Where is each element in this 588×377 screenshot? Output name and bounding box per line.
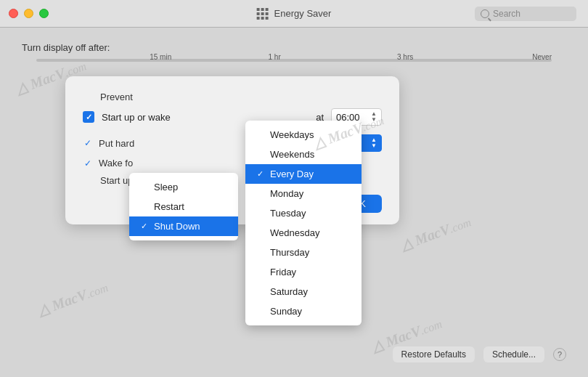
main-content: Turn display off after: 15 min 1 hr 3 hr…	[0, 28, 588, 377]
stepper-1[interactable]: ▲ ▼	[371, 111, 377, 123]
day-weekdays-label: Weekdays	[270, 129, 314, 140]
down-arrow-1[interactable]: ▼	[371, 117, 377, 123]
start-up2-label: Start up	[100, 175, 134, 186]
slider-area: 15 min 1 hr 3 hrs Never	[22, 59, 566, 62]
search-box[interactable]: Search	[475, 7, 576, 21]
minimize-button[interactable]	[24, 9, 33, 18]
traffic-lights	[9, 9, 49, 18]
day-thursday-label: Thursday	[270, 247, 309, 258]
maximize-button[interactable]	[39, 9, 49, 18]
search-icon	[481, 9, 489, 18]
display-off-label: Turn display off after:	[22, 42, 566, 53]
action-item-shutdown[interactable]: ✓ Shut Down	[129, 216, 238, 236]
action-item-restart[interactable]: Restart	[129, 197, 238, 216]
action-restart-label: Restart	[154, 201, 184, 212]
day-monday-label: Monday	[270, 188, 303, 199]
day-wednesday-label: Wednesday	[270, 227, 319, 238]
watermark-3: △ MacV.com	[399, 212, 473, 255]
check-everyday: ✓	[257, 169, 266, 179]
startup-checkbox[interactable]	[83, 111, 94, 123]
day-item-saturday[interactable]: Saturday	[245, 282, 362, 301]
restore-defaults-button[interactable]: Restore Defaults	[393, 346, 475, 362]
day-item-weekends[interactable]: Weekends	[245, 145, 362, 164]
day-item-monday[interactable]: Monday	[245, 184, 362, 203]
day-tuesday-label: Tuesday	[270, 208, 306, 219]
schedule-button[interactable]: Schedule...	[483, 346, 544, 362]
day-item-friday[interactable]: Friday	[245, 262, 362, 282]
grid-icon	[257, 8, 269, 20]
day-dropdown: Weekdays Weekends ✓ Every Day Monday Tue…	[245, 121, 362, 325]
day-weekends-label: Weekends	[270, 149, 314, 160]
day-item-sunday[interactable]: Sunday	[245, 301, 362, 321]
wake-label: Wake fo	[99, 158, 133, 169]
prevent-label: Prevent	[100, 92, 133, 102]
prevent-row: Prevent	[83, 91, 382, 102]
day-item-thursday[interactable]: Thursday	[245, 243, 362, 262]
day-item-weekdays[interactable]: Weekdays	[245, 125, 362, 145]
day-item-tuesday[interactable]: Tuesday	[245, 203, 362, 223]
check-icon-1: ✓	[84, 138, 91, 148]
check-icon-2: ✓	[84, 158, 91, 169]
action-shutdown-label: Shut Down	[154, 221, 200, 232]
action-sleep-label: Sleep	[154, 182, 178, 192]
window-title: Energy Saver	[274, 8, 332, 19]
day-everyday-label: Every Day	[270, 169, 314, 179]
watermark-4: △ MacV.com	[36, 277, 110, 320]
day-item-everyday[interactable]: ✓ Every Day	[245, 164, 362, 184]
restore-label: Restore Defaults	[401, 349, 466, 360]
titlebar: Energy Saver Search	[0, 0, 588, 28]
day-friday-label: Friday	[270, 267, 296, 277]
day-saturday-label: Saturday	[270, 286, 308, 297]
search-placeholder: Search	[493, 9, 520, 19]
action-dropdown: Sleep Restart ✓ Shut Down	[129, 173, 238, 240]
stepper-2[interactable]: ▲ ▼	[371, 137, 377, 149]
down-arrow-2[interactable]: ▼	[371, 143, 377, 149]
schedule-label: Schedule...	[492, 349, 536, 360]
day-item-wednesday[interactable]: Wednesday	[245, 223, 362, 243]
startup-label: Start up or wake	[102, 112, 171, 123]
check-shutdown: ✓	[141, 222, 150, 231]
close-button[interactable]	[9, 9, 18, 18]
day-sunday-label: Sunday	[270, 306, 302, 317]
bottom-bar: Restore Defaults Schedule... ?	[393, 346, 566, 362]
action-item-sleep[interactable]: Sleep	[129, 177, 238, 197]
window-title-area: Energy Saver	[257, 8, 332, 20]
slider-track[interactable]: 15 min 1 hr 3 hrs Never	[36, 59, 552, 62]
bottom-help-button[interactable]: ?	[553, 348, 566, 361]
put-hard-label: Put hard	[99, 138, 134, 149]
